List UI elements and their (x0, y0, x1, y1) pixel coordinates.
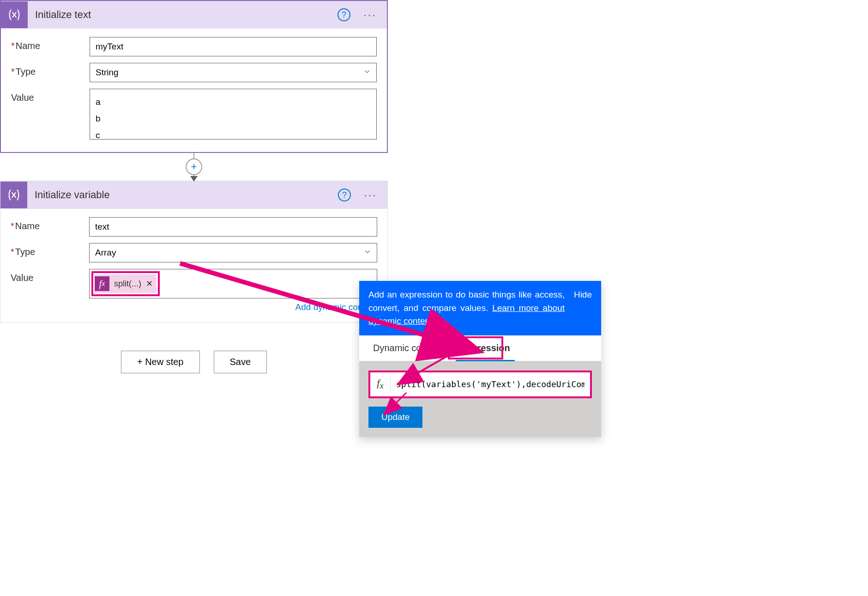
card-title: Initialize text (35, 9, 338, 21)
expression-input[interactable] (391, 372, 590, 396)
save-button[interactable]: Save (214, 351, 267, 373)
help-icon[interactable]: ? (338, 8, 350, 21)
tab-dynamic-content[interactable]: Dynamic content (368, 335, 446, 361)
name-input[interactable] (90, 37, 377, 56)
type-select[interactable]: String (90, 63, 377, 82)
value-label: Value (11, 89, 90, 103)
expression-token[interactable]: fx split(...) ✕ (95, 274, 157, 293)
value-label: Value (11, 269, 89, 283)
tab-expression[interactable]: Expression (456, 335, 515, 361)
card-header[interactable]: Initialize text ? ··· (1, 1, 387, 29)
remove-token-icon[interactable]: ✕ (146, 279, 153, 289)
type-select[interactable]: Array (89, 243, 377, 262)
step-initialize-variable[interactable]: Initialize variable ? ··· *Name *Type Ar… (0, 181, 388, 323)
annotation-highlight: fx split(...) ✕ (91, 271, 160, 296)
expression-editor-popup: Add an expression to do basic things lik… (359, 281, 601, 437)
update-button[interactable]: Update (368, 407, 422, 428)
card-header[interactable]: Initialize variable ? ··· (0, 181, 387, 209)
type-label: *Type (11, 243, 89, 257)
variable-icon (1, 1, 28, 28)
annotation-highlight: fx (368, 371, 592, 398)
token-label: split(...) (114, 279, 141, 289)
card-title: Initialize variable (35, 189, 338, 201)
help-icon[interactable]: ? (338, 189, 351, 201)
new-step-button[interactable]: + New step (121, 351, 200, 373)
more-menu-icon[interactable]: ··· (360, 8, 380, 21)
name-label: *Name (11, 37, 90, 51)
value-token-input[interactable]: fx split(...) ✕ (89, 269, 377, 298)
type-label: *Type (11, 63, 90, 77)
arrow-down-icon (190, 176, 198, 182)
add-dynamic-content-link[interactable]: Add dynamic content (89, 302, 377, 312)
variable-icon (0, 182, 27, 208)
more-menu-icon[interactable]: ··· (360, 189, 381, 201)
popup-hint: Add an expression to do basic things lik… (359, 281, 601, 335)
value-textarea[interactable] (90, 89, 377, 140)
insert-step-button[interactable]: + (186, 158, 202, 175)
name-input[interactable] (89, 217, 377, 237)
fx-icon: fx (370, 377, 391, 391)
step-initialize-text[interactable]: Initialize text ? ··· *Name *Type String (0, 0, 388, 153)
add-step-connector: + (0, 153, 388, 181)
fx-icon: fx (95, 276, 109, 291)
hide-popup-link[interactable]: Hide (574, 288, 592, 328)
name-label: *Name (11, 217, 89, 231)
